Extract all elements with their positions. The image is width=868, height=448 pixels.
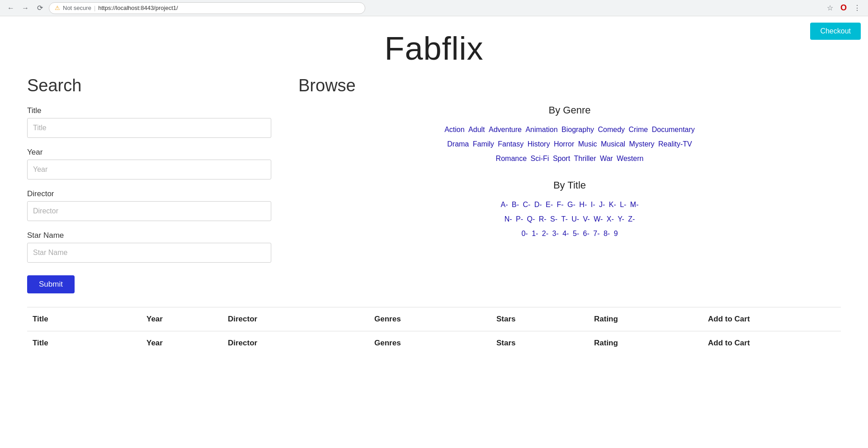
browser-right-icons: ☆ O ⋮ — [825, 3, 863, 14]
results-table-container: Title Year Director Genres Stars Rating … — [27, 307, 841, 355]
genre-link-fantasy[interactable]: Fantasy — [498, 140, 524, 148]
title-link-1[interactable]: 1- — [532, 230, 538, 237]
star-name-label: Star Name — [27, 231, 280, 240]
by-title-container: By Title A- B- C- D- E- F- G- H- I- J- K… — [298, 179, 841, 241]
forward-button[interactable]: → — [20, 3, 31, 14]
col-header-rating: Rating — [589, 307, 703, 331]
genre-link-documentary[interactable]: Documentary — [652, 126, 695, 133]
genre-link-drama[interactable]: Drama — [447, 140, 469, 148]
title-link-s[interactable]: S- — [550, 215, 557, 223]
browse-section: Browse By Genre Action Adult Adventure A… — [298, 76, 841, 293]
title-link-d[interactable]: D- — [534, 201, 542, 208]
title-link-v[interactable]: V- — [583, 215, 590, 223]
genre-link-romance[interactable]: Romance — [496, 155, 527, 162]
title-link-0[interactable]: 0- — [521, 230, 528, 237]
title-form-group: Title — [27, 106, 280, 138]
col-header-stars: Stars — [491, 307, 589, 331]
title-link-a[interactable]: A- — [501, 201, 508, 208]
title-link-h[interactable]: H- — [579, 201, 587, 208]
genre-link-biography[interactable]: Biography — [561, 126, 594, 133]
title-link-l[interactable]: L- — [620, 201, 626, 208]
title-link-y[interactable]: Y- — [618, 215, 624, 223]
genre-link-western[interactable]: Western — [617, 155, 643, 162]
warning-icon: ⚠ — [55, 5, 60, 11]
title-link-m[interactable]: M- — [630, 201, 639, 208]
title-link-r[interactable]: R- — [539, 215, 547, 223]
row-title: Title — [27, 331, 141, 355]
title-link-g[interactable]: G- — [567, 201, 576, 208]
genre-link-crime[interactable]: Crime — [629, 126, 648, 133]
by-genre-title: By Genre — [298, 104, 841, 116]
director-input[interactable] — [27, 201, 271, 221]
row-rating: Rating — [589, 331, 703, 355]
genre-link-family[interactable]: Family — [473, 140, 494, 148]
title-link-f[interactable]: F- — [557, 201, 564, 208]
title-link-6[interactable]: 6- — [583, 230, 590, 237]
browser-chrome: ← → ⟳ ⚠ Not secure | https://localhost:8… — [0, 0, 868, 16]
title-link-w[interactable]: W- — [594, 215, 603, 223]
title-link-n[interactable]: N- — [505, 215, 512, 223]
genre-link-music[interactable]: Music — [578, 140, 597, 148]
genre-links: Action Adult Adventure Animation Biograp… — [298, 123, 841, 166]
genre-link-comedy[interactable]: Comedy — [598, 126, 625, 133]
site-title: Fabflix — [0, 16, 868, 76]
genre-link-sport[interactable]: Sport — [553, 155, 570, 162]
genre-link-thriller[interactable]: Thriller — [574, 155, 596, 162]
title-link-j[interactable]: J- — [599, 201, 605, 208]
title-link-8[interactable]: 8- — [604, 230, 610, 237]
genre-link-adventure[interactable]: Adventure — [489, 126, 522, 133]
title-link-c[interactable]: C- — [523, 201, 530, 208]
col-header-genres: Genres — [369, 307, 491, 331]
title-link-5[interactable]: 5- — [573, 230, 579, 237]
url-text: https://localhost:8443/project1/ — [98, 5, 178, 11]
title-link-i[interactable]: I- — [591, 201, 595, 208]
genre-link-action[interactable]: Action — [444, 126, 464, 133]
back-button[interactable]: ← — [5, 3, 16, 14]
genre-link-mystery[interactable]: Mystery — [629, 140, 655, 148]
genre-link-horror[interactable]: Horror — [554, 140, 574, 148]
title-link-q[interactable]: Q- — [527, 215, 535, 223]
title-link-3[interactable]: 3- — [552, 230, 559, 237]
genre-link-sci-fi[interactable]: Sci-Fi — [531, 155, 549, 162]
title-link-t[interactable]: T- — [561, 215, 568, 223]
title-link-e[interactable]: E- — [546, 201, 553, 208]
title-link-p[interactable]: P- — [516, 215, 523, 223]
address-bar[interactable]: ⚠ Not secure | https://localhost:8443/pr… — [49, 2, 365, 14]
checkout-button[interactable]: Checkout — [810, 23, 861, 40]
title-link-x[interactable]: X- — [607, 215, 614, 223]
title-link-k[interactable]: K- — [609, 201, 616, 208]
separator: | — [94, 5, 95, 11]
genre-link-reality-tv[interactable]: Reality-TV — [658, 140, 692, 148]
title-link-2[interactable]: 2- — [542, 230, 548, 237]
director-label: Director — [27, 189, 280, 198]
genre-link-history[interactable]: History — [528, 140, 550, 148]
genre-link-war[interactable]: War — [600, 155, 613, 162]
star-name-input[interactable] — [27, 243, 271, 263]
title-link-u[interactable]: U- — [571, 215, 579, 223]
submit-button[interactable]: Submit — [27, 275, 75, 293]
row-genres: Genres — [369, 331, 491, 355]
star-name-form-group: Star Name — [27, 231, 280, 263]
not-secure-label: Not secure — [63, 5, 91, 11]
title-link-4[interactable]: 4- — [562, 230, 569, 237]
table-row: Title Year Director Genres Stars Rating … — [27, 331, 841, 355]
title-link-9[interactable]: 9 — [614, 230, 618, 237]
title-link-7[interactable]: 7- — [593, 230, 599, 237]
search-section: Search Title Year Director Star Name Sub… — [27, 76, 280, 293]
opera-icon[interactable]: O — [838, 3, 849, 14]
reload-button[interactable]: ⟳ — [34, 3, 45, 14]
table-header-row: Title Year Director Genres Stars Rating … — [27, 307, 841, 331]
genre-link-musical[interactable]: Musical — [601, 140, 625, 148]
genre-link-animation[interactable]: Animation — [525, 126, 557, 133]
col-header-title: Title — [27, 307, 141, 331]
title-link-b[interactable]: B- — [512, 201, 519, 208]
genre-link-adult[interactable]: Adult — [468, 126, 485, 133]
title-link-z[interactable]: Z- — [628, 215, 635, 223]
menu-icon[interactable]: ⋮ — [852, 3, 863, 14]
title-letter-links: A- B- C- D- E- F- G- H- I- J- K- L- M- N… — [298, 198, 841, 241]
year-input[interactable] — [27, 160, 271, 179]
col-header-director: Director — [222, 307, 369, 331]
title-input[interactable] — [27, 118, 271, 138]
browse-title: Browse — [298, 76, 841, 95]
star-icon[interactable]: ☆ — [825, 3, 835, 14]
